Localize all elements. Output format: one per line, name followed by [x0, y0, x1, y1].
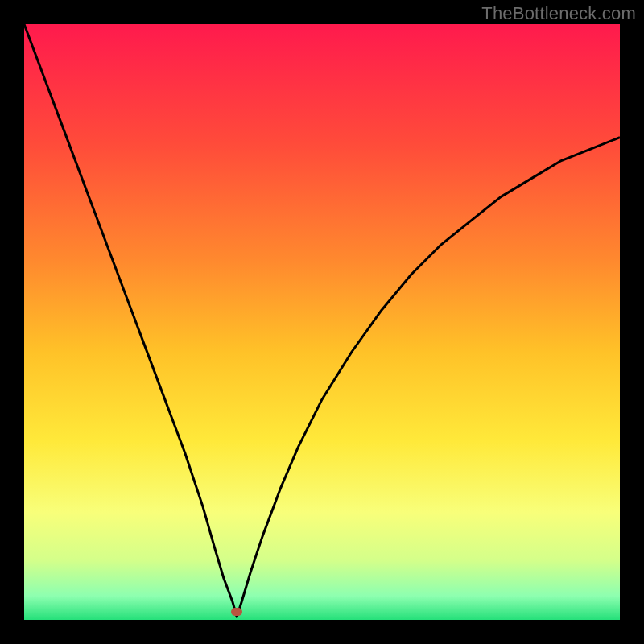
plot-area	[24, 24, 620, 620]
bottleneck-curve	[24, 24, 620, 620]
optimal-point-marker	[231, 608, 242, 616]
watermark-text: TheBottleneck.com	[481, 3, 636, 24]
chart-frame: TheBottleneck.com	[0, 0, 644, 644]
